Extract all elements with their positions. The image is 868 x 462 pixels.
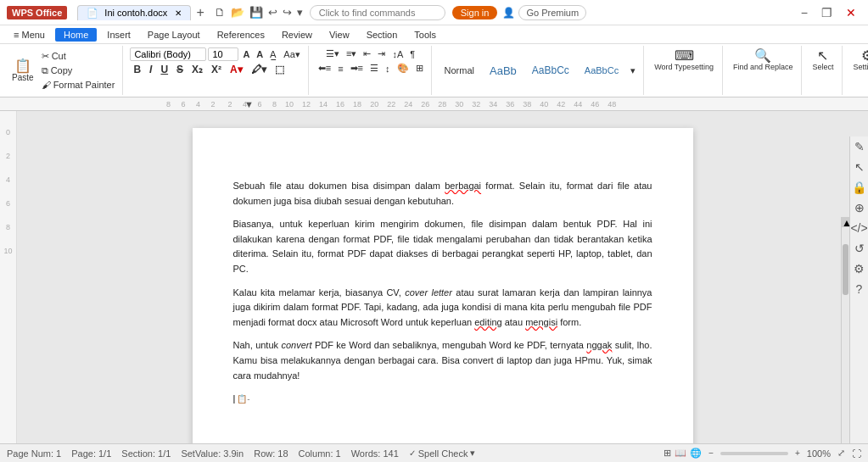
ribbon-tab-section[interactable]: Section: [360, 28, 405, 42]
subscript-button[interactable]: X₂: [188, 63, 206, 76]
zoom-in-icon[interactable]: +: [795, 448, 800, 458]
ribbon-tab-home[interactable]: Home: [55, 28, 97, 42]
word-typesetting-button[interactable]: ⌨ Word Typesetting: [651, 47, 717, 73]
restore-button[interactable]: ❐: [816, 6, 837, 19]
outdent-button[interactable]: ⇤: [361, 47, 373, 60]
style-h1[interactable]: AaBb: [484, 62, 523, 80]
styles-more-button[interactable]: ▾: [628, 64, 638, 77]
select-label: Select: [812, 63, 833, 71]
format-painter-button[interactable]: 🖌 Format Painter: [39, 79, 118, 91]
copy-label: Copy: [51, 65, 73, 75]
settings-label: Settings: [853, 63, 868, 71]
left-ruler-mark: 8: [6, 223, 10, 231]
shading-button[interactable]: 🎨: [395, 62, 412, 75]
right-panel-help-icon[interactable]: ?: [856, 282, 863, 296]
document-tab[interactable]: 📄 Ini contoh.docx ✕: [77, 5, 191, 20]
align-right-button[interactable]: ➡≡: [348, 62, 366, 75]
sign-in-button[interactable]: Sign in: [452, 6, 498, 19]
left-margin-ruler: 0 2 4 6 8 10: [0, 111, 17, 448]
new-file-icon[interactable]: 🗋: [215, 6, 226, 19]
undo-icon[interactable]: ↩: [268, 6, 277, 19]
font-name-input[interactable]: [130, 47, 206, 61]
scrollbar-thumb[interactable]: [843, 244, 848, 295]
right-panel-cursor-icon[interactable]: ↖: [854, 160, 865, 174]
right-panel-settings-icon[interactable]: ⚙: [854, 262, 865, 276]
style-normal[interactable]: Normal: [439, 63, 480, 78]
right-panel-add-icon[interactable]: ⊕: [854, 201, 865, 214]
status-words: Words: 141: [351, 448, 399, 459]
ribbon-tab-tools[interactable]: Tools: [407, 28, 443, 42]
find-replace-label: Find and Replace: [733, 63, 793, 71]
command-search[interactable]: [310, 5, 445, 20]
ribbon-tab-pagelayout[interactable]: Page Layout: [141, 28, 207, 42]
go-premium-button[interactable]: Go Premium: [518, 5, 586, 20]
ribbon-tab-references[interactable]: References: [210, 28, 272, 42]
fit-page-button[interactable]: ⤢: [837, 448, 845, 459]
bullet-list-button[interactable]: ☰▾: [323, 47, 342, 60]
view-layout-icon[interactable]: ⊞: [664, 448, 671, 459]
border-button[interactable]: ⬚: [272, 63, 288, 76]
tab-filename: Ini contoh.docx: [104, 8, 167, 18]
paste-button[interactable]: 📋 Paste: [8, 58, 37, 84]
numbered-list-button[interactable]: ≡▾: [344, 47, 359, 60]
copy-button[interactable]: ⧉ Copy: [39, 64, 118, 77]
ribbon-tab-review[interactable]: Review: [275, 28, 319, 42]
cut-button[interactable]: ✂ Cut: [39, 50, 118, 63]
ribbon-tab-insert[interactable]: Insert: [100, 28, 137, 42]
right-panel-lock-icon[interactable]: 🔒: [852, 181, 866, 194]
new-tab-button[interactable]: +: [193, 5, 207, 20]
cut-icon: ✂: [42, 51, 49, 61]
save-icon[interactable]: 💾: [249, 6, 263, 19]
align-left-button[interactable]: ⬅≡: [316, 62, 333, 75]
scrollbar-up-arrow[interactable]: ▲: [842, 217, 849, 227]
zoom-out-icon[interactable]: −: [708, 448, 714, 458]
find-replace-button[interactable]: 🔍 Find and Replace: [730, 47, 797, 73]
style-h2[interactable]: AaBbCc: [526, 62, 575, 79]
open-file-icon[interactable]: 📂: [231, 6, 244, 19]
right-panel: ✎ ↖ 🔒 ⊕ </> ↺ ⚙ ?: [849, 136, 868, 462]
bold-button[interactable]: B: [130, 63, 144, 76]
font-size-input[interactable]: [208, 47, 238, 61]
minimize-button[interactable]: −: [796, 6, 813, 19]
status-row: Row: 18: [254, 448, 288, 459]
font-color-button[interactable]: A▾: [227, 63, 246, 76]
sort-button[interactable]: ↕A: [389, 48, 406, 60]
right-panel-code-icon[interactable]: </>: [850, 221, 867, 235]
para1-text: Sebuah file atau dokumen bisa disimpan d…: [233, 181, 652, 206]
show-marks-button[interactable]: ¶: [407, 48, 417, 60]
highlight-color-button[interactable]: 🖍▾: [248, 63, 270, 76]
font-grow-button[interactable]: A: [240, 48, 252, 60]
font-shrink-button[interactable]: A: [254, 48, 266, 60]
indent-button[interactable]: ⇥: [375, 47, 388, 60]
view-read-icon[interactable]: 📖: [675, 448, 686, 459]
right-panel-history-icon[interactable]: ↺: [854, 242, 865, 255]
style-h3[interactable]: AaBbCc: [579, 63, 624, 78]
redo-icon[interactable]: ↪: [283, 6, 292, 19]
view-icons: ⊞ 📖 🌐: [664, 448, 702, 459]
view-web-icon[interactable]: 🌐: [690, 448, 702, 459]
settings-button[interactable]: ⚙ Settings: [849, 47, 868, 73]
ribbon-tab-view[interactable]: View: [322, 28, 356, 42]
border-para-button[interactable]: ⊞: [413, 62, 426, 75]
underline-button[interactable]: U: [157, 63, 171, 76]
document-area[interactable]: Sebuah file atau dokumen bisa disimpan d…: [17, 111, 868, 450]
superscript-button[interactable]: X²: [208, 63, 225, 76]
select-button[interactable]: ↖ Select: [809, 47, 837, 73]
close-button[interactable]: ✕: [841, 6, 861, 19]
select-icon: ↖: [817, 49, 828, 63]
paste-icon: 📋: [14, 59, 31, 73]
right-panel-pencil-icon[interactable]: ✎: [854, 140, 865, 153]
more-icon[interactable]: ▾: [297, 6, 303, 19]
menu-button[interactable]: ≡ Menu: [7, 28, 52, 42]
tab-close-icon[interactable]: ✕: [175, 8, 182, 18]
line-spacing-button[interactable]: ↕: [383, 63, 393, 75]
clear-format-button[interactable]: A̲: [267, 48, 279, 61]
case-button[interactable]: Aa▾: [281, 48, 302, 61]
strikethrough-button[interactable]: S: [173, 63, 187, 76]
fullscreen-button[interactable]: ⛶: [852, 448, 861, 459]
justify-button[interactable]: ☰: [367, 62, 381, 75]
align-center-button[interactable]: ≡: [335, 63, 345, 75]
vertical-scrollbar[interactable]: ▲ ▼: [841, 217, 849, 462]
italic-button[interactable]: I: [146, 63, 155, 76]
zoom-slider[interactable]: [720, 452, 788, 455]
